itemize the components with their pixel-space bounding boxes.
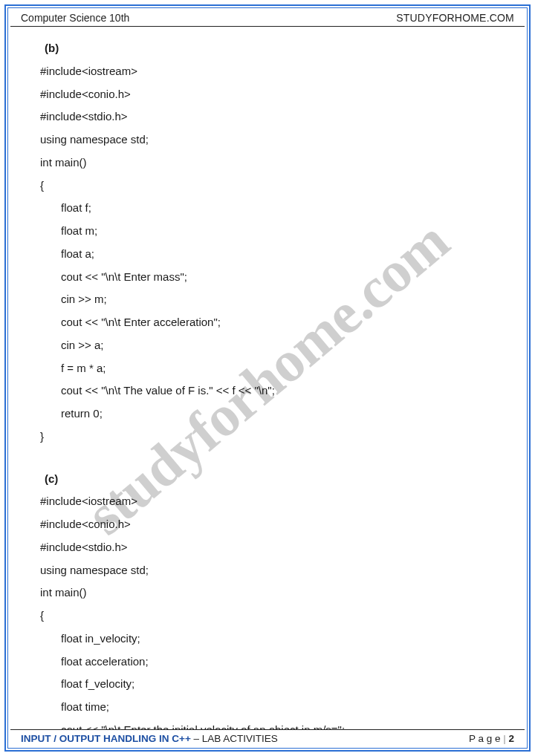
footer-title: INPUT / OUTPUT HANDLING IN C++ – LAB ACT…	[21, 733, 278, 744]
code-line: float a;	[40, 243, 504, 266]
code-line: #include<iostream>	[40, 60, 504, 83]
footer-page: P a g e | 2	[469, 733, 514, 744]
code-line: return 0;	[40, 403, 504, 426]
code-line: int main()	[40, 151, 504, 175]
footer-page-label: P a g e	[469, 733, 503, 744]
section-b-label: (b)	[45, 37, 504, 60]
code-line: {	[40, 175, 504, 198]
code-line: #include<conio.h>	[40, 83, 504, 106]
footer-subtitle: – LAB ACTIVITIES	[191, 733, 278, 744]
header-site: STUDYFORHOME.COM	[396, 12, 514, 24]
code-line: float m;	[40, 220, 504, 243]
code-line: cout << "\n\t Enter the initial velocity…	[40, 719, 504, 729]
code-line: #include<conio.h>	[40, 513, 504, 536]
header-subject: Computer Science 10th	[21, 12, 129, 24]
code-line: float f_velocity;	[40, 673, 504, 696]
code-line: #include<iostream>	[40, 490, 504, 513]
footer-chapter: INPUT / OUTPUT HANDLING IN C++	[21, 733, 191, 744]
section-spacer	[40, 449, 504, 468]
page-body: studyforhome.com (b) #include<iostream> …	[10, 27, 525, 729]
code-line: using namespace std;	[40, 128, 504, 151]
code-line: #include<stdio.h>	[40, 105, 504, 128]
code-section-b: (b) #include<iostream> #include<conio.h>…	[40, 37, 504, 449]
code-line: float in_velocity;	[40, 628, 504, 651]
code-line: #include<stdio.h>	[40, 536, 504, 559]
code-line: using namespace std;	[40, 559, 504, 582]
code-line: cout << "\n\t Enter mass";	[40, 266, 504, 289]
code-line: {	[40, 605, 504, 628]
code-line: cin >> m;	[40, 288, 504, 311]
code-line: float f;	[40, 197, 504, 220]
section-c-label: (c)	[45, 468, 504, 491]
code-line: }	[40, 426, 504, 449]
code-line: f = m * a;	[40, 357, 504, 380]
page-footer: INPUT / OUTPUT HANDLING IN C++ – LAB ACT…	[10, 729, 525, 746]
code-line: float acceleration;	[40, 651, 504, 674]
page-header: Computer Science 10th STUDYFORHOME.COM	[10, 10, 525, 27]
content: (b) #include<iostream> #include<conio.h>…	[40, 37, 504, 729]
code-line: cout << "\n\t The value of F is." << f <…	[40, 379, 504, 403]
page: Computer Science 10th STUDYFORHOME.COM s…	[10, 10, 525, 746]
code-line: cout << "\n\t Enter acceleration";	[40, 311, 504, 334]
footer-page-number: 2	[508, 733, 514, 744]
code-section-c: (c) #include<iostream> #include<conio.h>…	[40, 468, 504, 730]
code-line: cin >> a;	[40, 334, 504, 357]
code-line: float time;	[40, 696, 504, 719]
code-line: int main()	[40, 581, 504, 605]
